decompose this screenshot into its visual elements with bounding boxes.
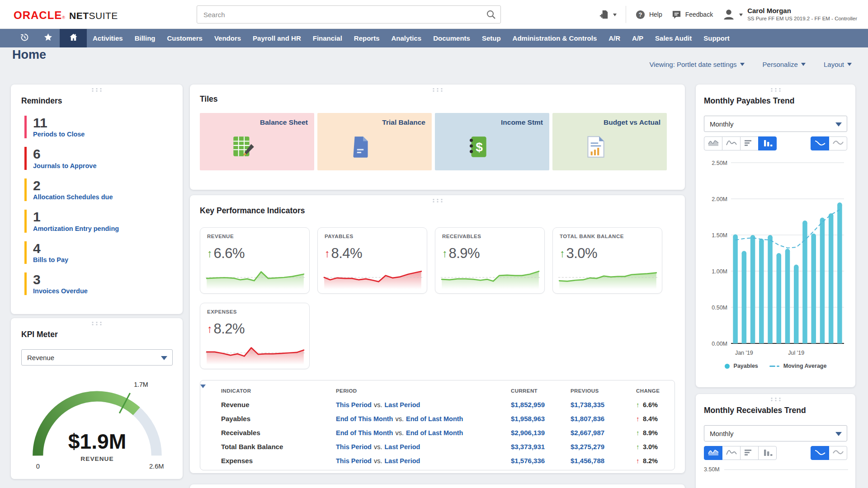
oracle-wordmark: ORACLE: [14, 9, 62, 22]
nav-item-support[interactable]: Support: [698, 29, 736, 47]
kpi-card-payables[interactable]: PAYABLES 8.4%: [317, 227, 427, 294]
kpi-sparkline: [558, 266, 657, 289]
home-tab[interactable]: [60, 29, 87, 47]
nav-item-administration-controls[interactable]: Administration & Controls: [507, 29, 603, 47]
period-link[interactable]: This Period: [336, 457, 372, 465]
reminder-link[interactable]: Bills to Pay: [33, 256, 68, 263]
kpi-table-row: Revenue This Periodvs.Last Period $1,852…: [200, 398, 675, 412]
line-chart-button[interactable]: [722, 136, 741, 150]
personalize-dropdown[interactable]: Personalize: [763, 60, 806, 68]
tiles-row: Balance Sheet Trial Balance Income Stmt …: [200, 113, 675, 170]
period-link[interactable]: Last Period: [385, 401, 420, 408]
trendline-off-button[interactable]: [829, 136, 847, 150]
tile-income-stmt[interactable]: Income Stmt $: [435, 113, 549, 170]
up-arrow-icon: [560, 247, 565, 260]
reminder-link[interactable]: Amortization Entry pending: [33, 225, 119, 232]
hbar-chart-icon: [744, 449, 755, 458]
receivables-period-select[interactable]: Monthly: [704, 425, 847, 441]
legend-label: Moving Average: [783, 363, 827, 369]
trendline-on-button[interactable]: [811, 446, 829, 460]
period-link[interactable]: Last Period: [385, 457, 420, 465]
nav-item-billing[interactable]: Billing: [129, 29, 161, 47]
chevron-down-icon: [613, 14, 617, 18]
nav-item-vendors[interactable]: Vendors: [208, 29, 247, 47]
period-link[interactable]: This Period: [336, 401, 372, 408]
drag-handle[interactable]: [431, 198, 443, 203]
feedback-icon: [671, 9, 682, 20]
kpi-table-row: Total Bank Balance This Periodvs.Last Pe…: [200, 440, 675, 454]
layout-dropdown[interactable]: Layout: [824, 60, 852, 68]
receivables-trend-title: Monthly Receivables Trend: [704, 406, 847, 415]
period-link[interactable]: End of Last Month: [406, 415, 463, 422]
kpi-meter-metric-select[interactable]: Revenue: [21, 349, 173, 366]
quick-add-button[interactable]: [599, 9, 617, 20]
period-link[interactable]: Last Period: [385, 443, 420, 450]
chevron-down-icon: [161, 356, 167, 363]
netsuite-logo[interactable]: ORACLE®NETSUITE: [14, 9, 118, 22]
drag-handle[interactable]: [769, 397, 782, 402]
search-input[interactable]: [197, 5, 501, 23]
nav-item-a-r[interactable]: A/R: [603, 29, 626, 47]
income-stmt-icon: $: [465, 134, 491, 160]
reminder-link[interactable]: Invoices Overdue: [33, 287, 88, 295]
reminder-link[interactable]: Journals to Approve: [33, 162, 96, 169]
tile-balance-sheet[interactable]: Balance Sheet: [200, 113, 314, 170]
kpi-row-current: $1,576,336: [511, 457, 571, 465]
nav-item-customers[interactable]: Customers: [161, 29, 208, 47]
nav-item-financial[interactable]: Financial: [307, 29, 348, 47]
trendline-on-button[interactable]: [811, 136, 829, 150]
balance-sheet-icon: [230, 134, 256, 160]
tile-trial-balance[interactable]: Trial Balance: [317, 113, 432, 170]
kpi-card-revenue[interactable]: REVENUE 6.6%: [200, 227, 310, 294]
line-chart-button[interactable]: [722, 446, 741, 460]
nav-item-payroll-and-hr[interactable]: Payroll and HR: [247, 29, 307, 47]
period-link[interactable]: End of This Month: [336, 415, 393, 422]
collapse-triangle-icon[interactable]: [200, 385, 206, 396]
help-button[interactable]: ? Help: [635, 9, 662, 20]
period-link[interactable]: This Period: [336, 443, 372, 450]
reminder-link[interactable]: Allocation Schedules due: [33, 193, 113, 201]
period-link[interactable]: End of Last Month: [406, 429, 463, 436]
search-icon[interactable]: [486, 9, 496, 20]
drag-handle[interactable]: [91, 321, 103, 326]
tile-budget-vs-actual[interactable]: Budget vs Actual: [552, 113, 667, 170]
vbar-chart-button[interactable]: [758, 446, 777, 460]
payables-period-select[interactable]: Monthly: [704, 116, 847, 132]
kpi-card-expenses[interactable]: EXPENSES 8.2%: [200, 303, 310, 369]
reminder-link[interactable]: Periods to Close: [33, 131, 85, 138]
period-link[interactable]: End of This Month: [336, 429, 393, 436]
drag-handle[interactable]: [91, 88, 103, 92]
kpi-card-total-bank-balance[interactable]: TOTAL BANK BALANCE 3.0%: [552, 227, 662, 294]
nav-item-sales-audit[interactable]: Sales Audit: [649, 29, 698, 47]
nav-item-documents[interactable]: Documents: [427, 29, 476, 47]
kpi-table-header: INDICATOR PERIOD CURRENT PREVIOUS CHANGE: [200, 384, 675, 398]
feedback-button[interactable]: Feedback: [671, 9, 713, 20]
kpi-gauge: 1.7M $1.9M REVENUE 0 2.6M: [21, 377, 173, 470]
shortcuts-button[interactable]: [36, 29, 60, 47]
viewing-settings-dropdown[interactable]: Viewing: Portlet date settings: [649, 60, 744, 68]
kpi-change-value: 8.2%: [214, 321, 245, 337]
user-menu[interactable]: Carol Morgan SS Pure FF EM US 2019.2 - F…: [722, 7, 857, 22]
vbar-chart-button[interactable]: [758, 136, 777, 150]
hbar-chart-button[interactable]: [740, 136, 759, 150]
kpi-change-value: 3.0%: [566, 245, 598, 262]
nav-item-setup[interactable]: Setup: [476, 29, 507, 47]
nav-item-a-p[interactable]: A/P: [626, 29, 649, 47]
hbar-chart-button[interactable]: [740, 446, 759, 460]
kpi-sparkline: [323, 266, 422, 289]
area-chart-button[interactable]: [704, 136, 722, 150]
nav-item-activities[interactable]: Activities: [87, 29, 129, 47]
drag-handle[interactable]: [431, 88, 443, 92]
drag-handle[interactable]: [769, 88, 782, 92]
trendline-off-button[interactable]: [829, 446, 847, 460]
receivables-chart-type-buttons: [704, 446, 847, 460]
svg-text:0.50M: 0.50M: [712, 305, 727, 311]
recent-records-button[interactable]: [13, 29, 36, 47]
area-chart-button[interactable]: [704, 446, 722, 460]
svg-text:1.00M: 1.00M: [712, 268, 727, 275]
reminder-item: 4 Bills to Pay: [24, 241, 171, 264]
vs-label: vs.: [395, 415, 404, 422]
nav-item-reports[interactable]: Reports: [348, 29, 386, 47]
nav-item-analytics[interactable]: Analytics: [386, 29, 428, 47]
kpi-card-receivables[interactable]: RECEIVABLES 8.9%: [435, 227, 545, 294]
